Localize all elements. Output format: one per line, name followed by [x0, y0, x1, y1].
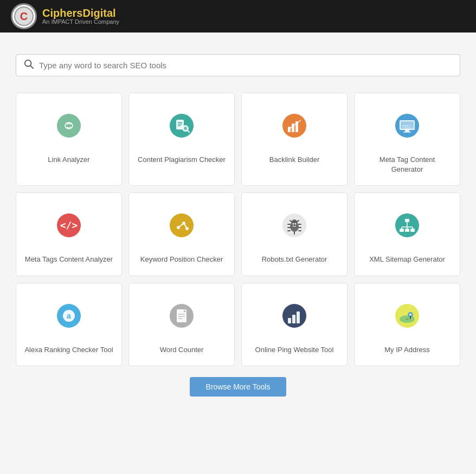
tool-card-word-counter[interactable]: Word Counter — [128, 283, 235, 366]
svg-text:a: a — [67, 311, 71, 320]
barschart-icon — [273, 294, 316, 337]
tool-label: Keyword Position Checker — [140, 255, 223, 264]
svg-point-70 — [406, 318, 409, 320]
main-content: Link Analyzer Content Plagiarism Checker… — [5, 33, 471, 407]
search-icon — [24, 59, 34, 72]
svg-rect-64 — [297, 311, 300, 323]
svg-line-3 — [30, 66, 33, 68]
tool-label: Meta Tags Content Analyzer — [25, 255, 113, 264]
alexa-icon: a — [47, 294, 91, 337]
tool-card-online-ping-website-tool[interactable]: Online Ping Website Tool — [241, 283, 348, 366]
tool-label: My IP Address — [384, 345, 430, 355]
chart-icon — [273, 104, 316, 147]
logo-text: CiphersDigital An IMPACT Driven Company — [42, 8, 119, 25]
tool-card-meta-tags-content-analyzer[interactable]: </> Meta Tags Content Analyzer — [16, 192, 122, 276]
svg-text:</>: </> — [60, 219, 78, 231]
svg-rect-21 — [403, 132, 411, 133]
svg-rect-63 — [292, 315, 295, 323]
logo-container: C CiphersDigital An IMPACT Driven Compan… — [11, 3, 119, 29]
search-bar — [16, 54, 460, 76]
svg-point-43 — [295, 223, 297, 225]
code-icon: </> — [47, 204, 91, 247]
map-icon — [385, 294, 429, 337]
tools-grid: Link Analyzer Content Plagiarism Checker… — [16, 93, 460, 366]
svg-point-4 — [57, 114, 81, 138]
search-input[interactable] — [39, 61, 452, 70]
tool-card-link-analyzer[interactable]: Link Analyzer — [16, 93, 122, 186]
tool-label: Backlink Builder — [269, 155, 320, 165]
tool-label: Link Analyzer — [48, 155, 89, 165]
tool-label: Online Ping Website Tool — [255, 345, 334, 355]
browse-more-button[interactable]: Browse More Tools — [190, 377, 287, 397]
svg-point-42 — [293, 223, 294, 225]
tool-card-robotstxt-generator[interactable]: Robots.txt Generator — [241, 192, 348, 276]
tool-label: Word Counter — [160, 345, 204, 355]
keyword-icon — [160, 204, 203, 247]
svg-point-68 — [409, 314, 411, 316]
svg-rect-45 — [405, 219, 409, 222]
sitemap-icon — [385, 204, 429, 247]
svg-rect-46 — [400, 229, 404, 232]
tool-card-alexa-ranking-checker[interactable]: a Alexa Ranking Checker Tool — [16, 283, 122, 366]
svg-rect-62 — [288, 318, 291, 323]
tool-card-keyword-position-checker[interactable]: Keyword Position Checker — [128, 192, 235, 276]
svg-rect-47 — [405, 229, 409, 232]
brand-name: CiphersDigital — [42, 8, 119, 18]
svg-text:C: C — [20, 10, 28, 22]
header: C CiphersDigital An IMPACT Driven Compan… — [0, 0, 476, 33]
monitor-icon: <html> </body> — [385, 104, 429, 147]
logo-icon: C — [11, 3, 37, 29]
tool-card-my-ip-address[interactable]: My IP Address — [354, 283, 460, 366]
tool-label: Content Plagiarism Checker — [138, 155, 226, 165]
tool-card-content-plagiarism-checker[interactable]: Content Plagiarism Checker — [128, 93, 235, 186]
svg-point-11 — [184, 127, 187, 130]
tool-card-backlink-builder[interactable]: Backlink Builder — [241, 93, 348, 186]
tool-label: Meta Tag Content Generator — [363, 155, 452, 174]
tool-label: XML Sitemap Generator — [369, 255, 445, 264]
svg-rect-48 — [410, 229, 415, 232]
tool-label: Alexa Ranking Checker Tool — [24, 345, 113, 355]
svg-rect-20 — [405, 130, 409, 132]
link-icon — [47, 104, 91, 147]
bug-icon — [273, 204, 316, 247]
tool-card-meta-tag-content-generator[interactable]: <html> </body> Meta Tag Content Generato… — [354, 93, 460, 186]
tool-label: Robots.txt Generator — [262, 255, 327, 264]
tool-card-xml-sitemap-generator[interactable]: XML Sitemap Generator — [354, 192, 460, 276]
brand-tagline: An IMPACT Driven Company — [42, 18, 119, 25]
svg-text:</body>: </body> — [402, 126, 413, 130]
browse-more-section: Browse More Tools — [16, 377, 460, 397]
plagiarism-icon — [160, 104, 203, 147]
document-icon — [160, 294, 203, 337]
